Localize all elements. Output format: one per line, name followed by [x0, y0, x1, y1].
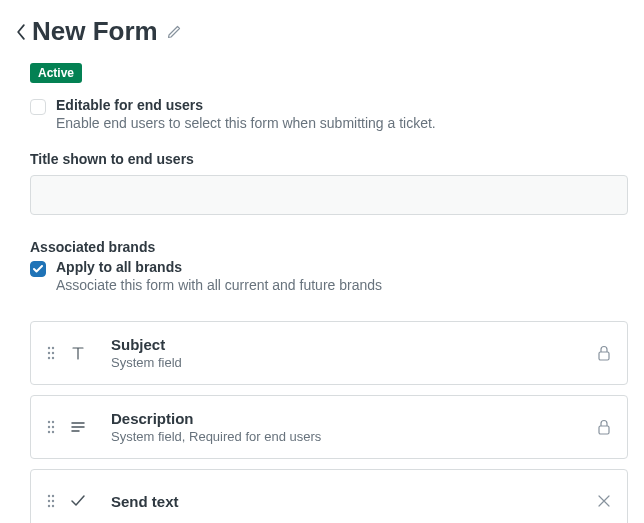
- check-field-icon: [69, 492, 87, 510]
- apply-all-brands-row: Apply to all brands Associate this form …: [30, 259, 628, 293]
- back-chevron-icon[interactable]: [16, 24, 26, 40]
- editable-checkbox-row: Editable for end users Enable end users …: [30, 97, 628, 131]
- field-card[interactable]: SubjectSystem field: [30, 321, 628, 385]
- editable-checkbox[interactable]: [30, 99, 46, 115]
- field-subtitle: System field, Required for end users: [111, 429, 597, 444]
- drag-handle-icon[interactable]: [47, 494, 55, 508]
- svg-point-10: [52, 426, 54, 428]
- editable-label: Editable for end users: [56, 97, 628, 113]
- fields-list: SubjectSystem fieldDescriptionSystem fie…: [30, 321, 628, 523]
- svg-point-16: [48, 500, 50, 502]
- apply-all-brands-checkbox[interactable]: [30, 261, 46, 277]
- svg-point-1: [52, 347, 54, 349]
- field-card[interactable]: Send text: [30, 469, 628, 523]
- title-section-label: Title shown to end users: [30, 151, 628, 167]
- lock-icon: [597, 419, 611, 435]
- field-card[interactable]: DescriptionSystem field, Required for en…: [30, 395, 628, 459]
- drag-handle-icon[interactable]: [47, 346, 55, 360]
- svg-point-8: [52, 421, 54, 423]
- svg-point-2: [48, 352, 50, 354]
- svg-point-11: [48, 431, 50, 433]
- status-badge: Active: [30, 63, 82, 83]
- multiline-field-icon: [69, 418, 87, 436]
- field-title: Subject: [111, 336, 597, 353]
- svg-rect-13: [599, 426, 609, 434]
- svg-point-19: [52, 505, 54, 507]
- apply-all-brands-description: Associate this form with all current and…: [56, 277, 628, 293]
- field-title: Description: [111, 410, 597, 427]
- edit-pencil-icon[interactable]: [166, 24, 182, 40]
- svg-point-15: [52, 495, 54, 497]
- svg-point-5: [52, 357, 54, 359]
- drag-handle-icon[interactable]: [47, 420, 55, 434]
- field-subtitle: System field: [111, 355, 597, 370]
- svg-point-12: [52, 431, 54, 433]
- lock-icon: [597, 345, 611, 361]
- title-input[interactable]: [30, 175, 628, 215]
- page-title: New Form: [32, 16, 158, 47]
- svg-point-18: [48, 505, 50, 507]
- svg-point-7: [48, 421, 50, 423]
- svg-point-17: [52, 500, 54, 502]
- svg-point-4: [48, 357, 50, 359]
- svg-point-0: [48, 347, 50, 349]
- svg-rect-6: [599, 352, 609, 360]
- editable-description: Enable end users to select this form whe…: [56, 115, 628, 131]
- page-header: New Form: [16, 16, 628, 47]
- field-title: Send text: [111, 493, 597, 510]
- remove-field-icon[interactable]: [597, 494, 611, 508]
- apply-all-brands-label: Apply to all brands: [56, 259, 628, 275]
- text-field-icon: [69, 344, 87, 362]
- svg-point-3: [52, 352, 54, 354]
- svg-point-9: [48, 426, 50, 428]
- svg-point-14: [48, 495, 50, 497]
- brands-section-label: Associated brands: [30, 239, 628, 255]
